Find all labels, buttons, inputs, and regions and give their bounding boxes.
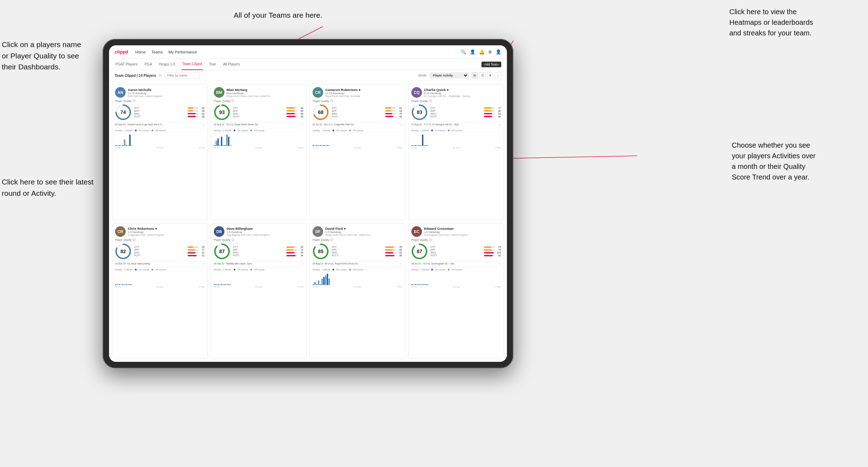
player-name[interactable]: David Ford ● bbox=[325, 227, 402, 230]
last-round[interactable]: 26 Aug 23 · 84 (+12), Royal North Devon … bbox=[313, 261, 402, 266]
subnav-pgat[interactable]: PGAT Players bbox=[115, 59, 138, 70]
filter-icon[interactable]: ▼ bbox=[487, 72, 493, 79]
chart-label-end: 4 Sep bbox=[199, 286, 205, 288]
player-name[interactable]: Aaron Nicholls bbox=[128, 88, 205, 92]
last-round-arrow[interactable]: → bbox=[399, 123, 402, 126]
subnav-tour[interactable]: Tour bbox=[209, 59, 217, 70]
stat-value: 84 bbox=[298, 107, 303, 109]
ipad-screen: clippd Home Teams My Performance 🔍 👤 🔔 ⊕… bbox=[109, 45, 507, 362]
player-card[interactable]: DF David Ford ● 1-5 Handicap Royal North… bbox=[309, 223, 405, 359]
player-club: Royal North Devon Golf Club, United Ki..… bbox=[227, 95, 303, 97]
chart-bar bbox=[314, 282, 316, 285]
quality-circle[interactable]: 74 bbox=[115, 104, 131, 120]
last-round-arrow[interactable]: → bbox=[202, 123, 205, 126]
stats-grid: OTT 73 APP 79 ARG 103 PUTT 92 bbox=[430, 246, 501, 257]
stat-label: ARG bbox=[332, 251, 384, 254]
player-card[interactable]: CR Chris Robertson ● 1-5 Handicap Craigm… bbox=[112, 223, 208, 359]
player-name[interactable]: Edward Crossman bbox=[424, 227, 501, 230]
oncourse-label: On course bbox=[238, 129, 248, 132]
player-handicap: 11-15 Handicap bbox=[128, 92, 205, 95]
last-round[interactable]: 02 Sep 23 · Sunset round to get back int… bbox=[115, 122, 205, 126]
player-header: CR Chris Robertson ● 1-5 Handicap Craigm… bbox=[115, 226, 205, 237]
chart-label-start: 31 Jul bbox=[214, 286, 219, 288]
last-round-arrow[interactable]: → bbox=[301, 262, 303, 266]
nav-logo[interactable]: clippd bbox=[115, 49, 128, 55]
last-round[interactable]: 04 Sep 23 · Mobility with coach, Gym → bbox=[214, 261, 303, 266]
oncourse-dot bbox=[234, 269, 235, 270]
quality-circle[interactable]: 82 bbox=[115, 243, 131, 260]
quality-label: Player Quality ⓘ bbox=[313, 238, 402, 242]
last-round[interactable]: 03 Mar 23 · 19, Must make putting → bbox=[115, 261, 205, 266]
chart-labels: 31 Jul 21 Aug 4 Sep bbox=[411, 286, 501, 288]
player-card[interactable]: DB Dave Billingham 1-5 Handicap Sag Magi… bbox=[211, 223, 307, 359]
show-select[interactable]: Player Activity Quality Score Trend bbox=[430, 73, 469, 78]
stat-bar: 94 bbox=[286, 254, 303, 257]
last-round-text: 03 Mar 23 · 19, Must make putting bbox=[115, 262, 202, 266]
activity-section: Activity · 1 Month On course Off course … bbox=[214, 267, 303, 288]
quality-circle[interactable]: 93 bbox=[214, 104, 230, 120]
player-card[interactable]: CQ Charlie Quick ● 6-10 Handicap St. Geo… bbox=[408, 84, 504, 220]
activity-label: Activity · 1 Month bbox=[214, 129, 232, 132]
player-name[interactable]: Cameron Robertson ● bbox=[325, 88, 402, 92]
last-round[interactable]: 02 Jul 23 · 59 (+17), Craigmillar Park G… bbox=[313, 122, 402, 126]
settings-icon[interactable]: ⊕ bbox=[488, 49, 492, 55]
player-card[interactable]: EC Edward Crossman 1-5 Handicap Sunningd… bbox=[408, 223, 504, 359]
activity-chart bbox=[115, 132, 205, 147]
quality-circle[interactable]: 83 bbox=[411, 104, 428, 120]
subnav-all-players[interactable]: All Players bbox=[222, 59, 240, 70]
stat-label: OTT bbox=[332, 246, 384, 248]
list-view-icon[interactable]: ☰ bbox=[479, 72, 486, 79]
chart-label-mid: 21 Aug bbox=[156, 286, 163, 288]
stat-label: OTT bbox=[233, 107, 285, 109]
nav-performance[interactable]: My Performance bbox=[169, 49, 197, 56]
player-name[interactable]: Dave Billingham bbox=[227, 227, 303, 230]
stat-value: 103 bbox=[495, 251, 501, 254]
last-round-arrow[interactable]: → bbox=[498, 123, 501, 126]
quality-circle[interactable]: 85 bbox=[313, 243, 329, 260]
player-name[interactable]: Blair McHarg bbox=[227, 88, 303, 92]
nav-teams[interactable]: Teams bbox=[152, 49, 163, 56]
player-name[interactable]: Chris Robertson ● bbox=[128, 227, 205, 230]
grid-view-icon[interactable]: ⊞ bbox=[472, 72, 478, 79]
stat-value: 85 bbox=[199, 115, 205, 118]
last-round-arrow[interactable]: → bbox=[498, 262, 501, 266]
player-header: AN Aaron Nicholls 11-15 Handicap Drift G… bbox=[115, 87, 205, 98]
activity-header: Activity · 1 Month On course Off course bbox=[115, 268, 205, 271]
last-round-arrow[interactable]: → bbox=[399, 262, 402, 266]
oncourse-label: On course bbox=[238, 268, 248, 271]
chart-bar bbox=[323, 277, 325, 285]
stat-bar: 81 bbox=[188, 251, 205, 254]
last-round[interactable]: 26 Aug 23 · 73 (+1), Royal North Devon G… bbox=[214, 122, 303, 126]
chart-label-start: 31 Jul bbox=[313, 286, 318, 288]
player-name[interactable]: Charlie Quick ● bbox=[424, 88, 501, 92]
chart-labels: 31 Jul 21 Aug 4 Sep bbox=[115, 286, 205, 288]
stat-bar: 83 bbox=[385, 251, 402, 254]
subnav-hcaps[interactable]: Hcaps 1-5 bbox=[159, 59, 176, 70]
last-round[interactable]: 07 Aug 23 · 77 (+7), St George's Hill GC… bbox=[411, 122, 501, 126]
quality-circle[interactable]: 87 bbox=[411, 243, 428, 260]
stat-bar: 63 bbox=[385, 110, 402, 112]
player-card[interactable]: CR Cameron Robertson ● 11-15 Handicap Ro… bbox=[309, 84, 405, 220]
last-round-arrow[interactable]: → bbox=[202, 262, 205, 266]
player-card[interactable]: AN Aaron Nicholls 11-15 Handicap Drift G… bbox=[112, 84, 208, 220]
subnav-pga[interactable]: PGA bbox=[144, 59, 153, 70]
sort-icon[interactable]: ↕ bbox=[495, 72, 501, 79]
player-card[interactable]: BM Blair McHarg Plus Handicap Royal Nort… bbox=[211, 84, 307, 220]
edit-icon[interactable]: ✏ bbox=[159, 74, 162, 78]
player-club: Drift Golf Club, United Kingdom bbox=[128, 95, 205, 97]
profile-icon[interactable]: 👤 bbox=[496, 49, 501, 55]
user-icon[interactable]: 👤 bbox=[470, 49, 475, 55]
search-icon[interactable]: 🔍 bbox=[461, 49, 466, 55]
chart-labels: 31 Jul 21 Aug 4 Sep bbox=[115, 147, 205, 149]
quality-circle[interactable]: 87 bbox=[214, 243, 230, 260]
subnav-team-clippd[interactable]: Team Clippd bbox=[182, 59, 203, 70]
search-input[interactable] bbox=[165, 73, 200, 78]
last-round[interactable]: 18 Jul 23 · 74 (+4), Sunningdale GC - Ol… bbox=[411, 261, 501, 266]
chart-bar bbox=[321, 279, 323, 285]
quality-circle[interactable]: 68 bbox=[313, 104, 329, 120]
bell-icon[interactable]: 🔔 bbox=[479, 49, 485, 55]
add-team-button[interactable]: Add Team bbox=[481, 62, 501, 67]
activity-chart bbox=[411, 272, 501, 286]
nav-home[interactable]: Home bbox=[135, 49, 145, 56]
last-round-arrow[interactable]: → bbox=[301, 123, 303, 126]
